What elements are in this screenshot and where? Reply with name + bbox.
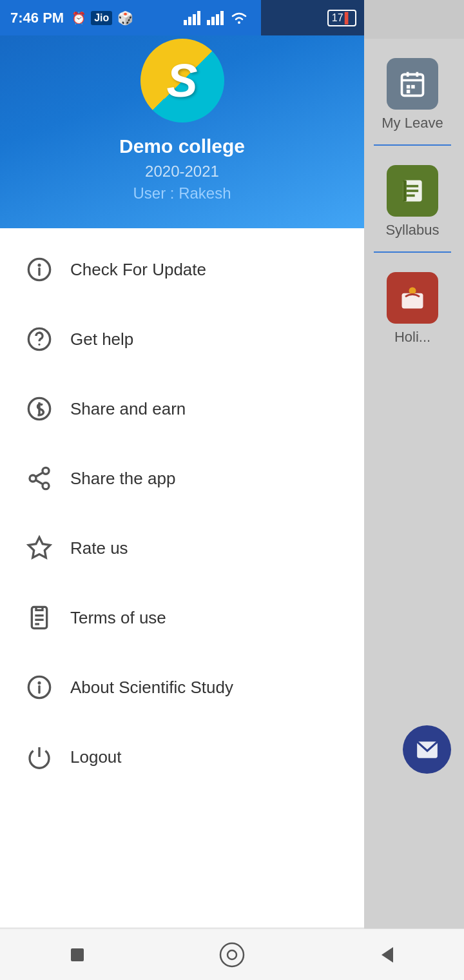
menu-logout[interactable]: Logout bbox=[0, 722, 364, 792]
menu-check-update-label: Check For Update bbox=[70, 260, 206, 280]
about-info-icon bbox=[23, 671, 56, 704]
menu-share-earn[interactable]: Share and earn bbox=[0, 374, 364, 444]
svg-marker-35 bbox=[28, 537, 50, 558]
menu-rate-us-label: Rate us bbox=[70, 538, 128, 558]
status-right-icons bbox=[184, 0, 248, 35]
nav-back-button[interactable] bbox=[367, 936, 406, 974]
menu-rate-us[interactable]: Rate us bbox=[0, 513, 364, 583]
menu-get-help-label: Get help bbox=[70, 329, 133, 349]
status-icons: ⏰ Jio 🎲 bbox=[72, 10, 133, 26]
svg-rect-17 bbox=[193, 14, 196, 25]
svg-point-45 bbox=[227, 950, 237, 959]
alarm-icon: ⏰ bbox=[72, 11, 86, 25]
stop-icon bbox=[66, 943, 89, 966]
svg-rect-20 bbox=[211, 17, 215, 25]
divider-2 bbox=[374, 251, 451, 253]
svg-rect-11 bbox=[403, 181, 407, 202]
svg-rect-18 bbox=[197, 11, 200, 25]
battery-icon: ▌ bbox=[345, 12, 352, 24]
battery-level: 17 bbox=[332, 12, 343, 24]
svg-point-32 bbox=[43, 483, 49, 489]
signal-icon-2 bbox=[207, 11, 225, 25]
svg-rect-19 bbox=[207, 20, 210, 25]
svg-point-13 bbox=[409, 288, 416, 295]
dollar-icon bbox=[23, 392, 56, 426]
battery-indicator: 17 ▌ bbox=[327, 10, 356, 26]
bottom-navigation bbox=[0, 928, 464, 980]
svg-rect-9 bbox=[407, 190, 418, 192]
svg-rect-10 bbox=[407, 195, 415, 197]
svg-line-34 bbox=[35, 473, 43, 477]
star-icon bbox=[23, 531, 56, 565]
svg-marker-46 bbox=[382, 947, 393, 963]
svg-point-44 bbox=[220, 943, 244, 966]
menu-check-update[interactable]: Check For Update bbox=[0, 235, 364, 304]
info-icon-update bbox=[23, 253, 56, 286]
svg-rect-4 bbox=[407, 85, 411, 89]
power-icon bbox=[23, 740, 56, 774]
svg-rect-21 bbox=[216, 14, 219, 25]
right-panel: My Leave Syllabus Holi... bbox=[361, 39, 464, 941]
svg-point-31 bbox=[30, 475, 36, 482]
syllabus-icon-box bbox=[387, 165, 438, 217]
svg-rect-5 bbox=[411, 85, 415, 89]
fab-email-button[interactable] bbox=[403, 725, 451, 774]
menu-get-help[interactable]: Get help bbox=[0, 304, 364, 374]
svg-rect-12 bbox=[402, 293, 423, 309]
leave-label: My Leave bbox=[382, 115, 443, 132]
status-time: 7:46 PM bbox=[10, 10, 64, 26]
right-panel-holi: Holi... bbox=[387, 272, 438, 346]
svg-rect-0 bbox=[401, 74, 423, 95]
navigation-drawer: 7:46 PM ⏰ Jio 🎲 bbox=[0, 0, 364, 980]
menu-about[interactable]: About Scientific Study bbox=[0, 652, 364, 722]
svg-rect-16 bbox=[188, 17, 191, 25]
menu-about-label: About Scientific Study bbox=[70, 678, 233, 698]
svg-rect-15 bbox=[184, 20, 187, 25]
app-icon: 🎲 bbox=[117, 10, 133, 26]
college-name: Demo college bbox=[119, 135, 245, 157]
back-icon bbox=[375, 943, 398, 966]
right-panel-leave: My Leave bbox=[382, 58, 443, 132]
menu-share-app[interactable]: Share the app bbox=[0, 444, 364, 513]
svg-rect-6 bbox=[407, 90, 411, 93]
logo-letter: S bbox=[166, 57, 197, 104]
top-bar-right: 17 ▌ bbox=[261, 0, 364, 35]
divider-1 bbox=[374, 144, 451, 146]
leave-icon-box bbox=[387, 58, 438, 110]
svg-line-33 bbox=[35, 480, 43, 485]
svg-point-27 bbox=[39, 344, 40, 346]
home-circle-icon bbox=[219, 942, 245, 968]
jio-icon: Jio bbox=[91, 11, 112, 25]
menu-logout-label: Logout bbox=[70, 747, 122, 767]
wifi-icon bbox=[230, 11, 248, 25]
clipboard-icon bbox=[23, 601, 56, 634]
right-panel-syllabus: Syllabus bbox=[385, 165, 439, 239]
syllabus-label: Syllabus bbox=[385, 222, 439, 239]
svg-rect-22 bbox=[220, 11, 224, 25]
college-year: 2020-2021 bbox=[145, 162, 219, 181]
svg-rect-43 bbox=[71, 948, 84, 961]
menu-share-earn-label: Share and earn bbox=[70, 399, 186, 419]
share-icon bbox=[23, 462, 56, 495]
menu-terms-label: Terms of use bbox=[70, 608, 166, 628]
menu-share-app-label: Share the app bbox=[70, 469, 175, 489]
svg-rect-8 bbox=[407, 185, 418, 188]
help-icon bbox=[23, 322, 56, 356]
college-user: User : Rakesh bbox=[133, 184, 231, 202]
app-logo: S bbox=[140, 39, 224, 122]
nav-home-button[interactable] bbox=[213, 936, 251, 974]
holi-icon-box bbox=[387, 272, 438, 324]
svg-point-30 bbox=[43, 467, 49, 474]
drawer-menu: Check For Update Get help bbox=[0, 228, 364, 927]
menu-terms[interactable]: Terms of use bbox=[0, 583, 364, 652]
nav-stop-button[interactable] bbox=[58, 936, 97, 974]
signal-icon-1 bbox=[184, 11, 202, 25]
holi-label: Holi... bbox=[394, 329, 430, 346]
